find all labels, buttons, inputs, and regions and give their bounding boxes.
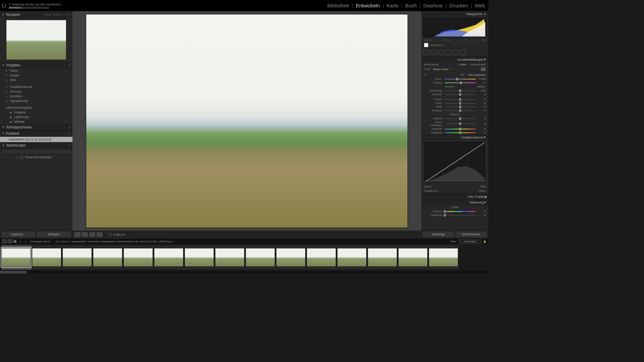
- filmstrip-thumb[interactable]: [184, 245, 215, 269]
- grid-mode-icon[interactable]: ▦: [13, 239, 17, 243]
- highlights-slider[interactable]: Lichter0: [421, 98, 488, 101]
- protocol-item[interactable]: Importieren (13.11.18 13:12:11): [0, 137, 72, 142]
- module-print[interactable]: Drucken: [448, 3, 470, 8]
- gradient-tool-icon[interactable]: [445, 50, 451, 55]
- filmstrip-thumb[interactable]: [276, 245, 306, 269]
- preset-item[interactable]: Lighthouse: [0, 115, 72, 119]
- vibrance-slider[interactable]: Dynamik0: [421, 127, 488, 131]
- module-library[interactable]: Bibliothek: [326, 3, 351, 8]
- source-label[interactable]: Vorheriger Import: [30, 240, 51, 243]
- preset-group[interactable]: Körnung: [0, 89, 72, 94]
- filmstrip-thumb[interactable]: [62, 245, 93, 269]
- filter-lock-icon[interactable]: 🔒: [483, 240, 486, 243]
- grid-icon[interactable]: [89, 232, 95, 237]
- filter-dropdown[interactable]: Kein Filter: [459, 239, 481, 244]
- profile-browser-icon[interactable]: [481, 67, 486, 71]
- exposure-slider[interactable]: Belichtung0,00: [421, 89, 488, 93]
- dehaze-slider[interactable]: Dunst entfernen0: [421, 120, 488, 127]
- copy-button[interactable]: Kopieren…: [1, 231, 36, 237]
- preset-item[interactable]: Glasgow: [0, 110, 72, 115]
- filmstrip-thumb[interactable]: [307, 245, 337, 269]
- preset-group[interactable]: Farbe: [0, 68, 72, 73]
- filmstrip-thumb[interactable]: [154, 245, 184, 269]
- blacks-slider[interactable]: Schwarz0: [421, 109, 488, 112]
- filmstrip-thumb[interactable]: [93, 245, 123, 269]
- navigator-preview[interactable]: [6, 20, 66, 60]
- filmstrip-thumb[interactable]: [337, 245, 367, 269]
- filmstrip-thumb[interactable]: [215, 245, 245, 269]
- filmstrip-scrollbar[interactable]: [0, 271, 488, 274]
- preset-group[interactable]: Schärfen: [0, 94, 72, 99]
- histogram-header[interactable]: Histogramm▼: [421, 11, 488, 17]
- crop-tool-icon[interactable]: [423, 50, 429, 55]
- collections-header[interactable]: ▼Sammlungen+: [0, 142, 72, 148]
- redeye-tool-icon[interactable]: [438, 50, 443, 55]
- hsl-header[interactable]: HSL / Farbe◀: [421, 194, 488, 199]
- auto-tone[interactable]: Autom.: [477, 85, 486, 88]
- softproof-check[interactable]: [109, 233, 112, 236]
- nav-fwd-icon[interactable]: →: [24, 240, 27, 243]
- paste-button[interactable]: Einfügen: [37, 231, 71, 237]
- curve-header[interactable]: Gradationskurve▼: [421, 134, 488, 140]
- tint-slider[interactable]: Tönung+7: [421, 81, 488, 84]
- split-sat-slider[interactable]: Sättigung0: [421, 213, 488, 217]
- preset-group[interactable]: Gradationskurve: [0, 84, 72, 89]
- spot-tool-icon[interactable]: [431, 50, 436, 55]
- wb-dropdown[interactable]: Wie Aufnahme: [468, 73, 486, 76]
- filmstrip-thumb[interactable]: [429, 245, 459, 269]
- reset-button[interactable]: Zurücksetzen: [455, 231, 487, 237]
- contrast-slider[interactable]: Kontrast0: [421, 93, 488, 96]
- split-header[interactable]: Teiltonung▼: [421, 199, 488, 205]
- preset-group[interactable]: Kreativ: [0, 73, 72, 78]
- wb-picker-icon[interactable]: ✎: [424, 73, 426, 76]
- brush-tool-icon[interactable]: [460, 50, 466, 55]
- module-develop[interactable]: Entwickeln: [355, 3, 381, 8]
- wb-row: ✎ WA: Wie Aufnahme: [421, 73, 488, 77]
- filmstrip-thumb[interactable]: [123, 245, 154, 269]
- split-hue-slider[interactable]: Farbton0: [421, 209, 488, 213]
- navigator-header[interactable]: ▼Navigator Einpas Ausfül 1:1 3:1: [0, 11, 72, 18]
- profile-row[interactable]: Profil: Adobe Farbe ▾: [421, 67, 488, 71]
- curve-preset[interactable]: Linear: [478, 189, 486, 192]
- radial-tool-icon[interactable]: [453, 50, 458, 55]
- preset-group[interactable]: Vignettierung: [0, 99, 72, 103]
- basic-header[interactable]: Grundeinstellungen▼: [421, 57, 488, 62]
- module-map[interactable]: Karte: [385, 3, 400, 8]
- loupe-icon[interactable]: [74, 232, 80, 237]
- curve-channel[interactable]: RGB: [480, 185, 486, 188]
- original-check[interactable]: [424, 43, 428, 47]
- treatment-color[interactable]: Farbe: [460, 63, 467, 66]
- protocol-header[interactable]: ▼Protokoll✕: [0, 130, 72, 137]
- whites-slider[interactable]: Weiß0: [421, 105, 488, 109]
- tone-curve[interactable]: [425, 142, 485, 182]
- preset-group[interactable]: S/W: [0, 78, 72, 82]
- clarity-slider[interactable]: Klarheit0: [421, 117, 488, 120]
- main-window-icon[interactable]: [2, 239, 7, 243]
- module-slideshow[interactable]: Diashow: [422, 3, 444, 8]
- previous-button[interactable]: Vorherige: [423, 231, 454, 237]
- temp-slider[interactable]: Temp.5.500: [421, 77, 488, 81]
- snapshots-header[interactable]: ▼Schnappschüsse+: [0, 124, 72, 130]
- histogram[interactable]: [423, 18, 486, 37]
- module-book[interactable]: Buch: [404, 3, 418, 8]
- treatment-bw[interactable]: Schwarzweiß: [470, 63, 486, 66]
- filmstrip-thumb[interactable]: [1, 245, 32, 269]
- shadows-slider[interactable]: Tiefen0: [421, 101, 488, 105]
- presets-header[interactable]: ▼Vorgaben+: [0, 62, 72, 68]
- filmstrip-thumb[interactable]: [368, 245, 398, 269]
- before-after-icon[interactable]: [82, 232, 88, 237]
- saturation-slider[interactable]: Sättigung0: [421, 131, 488, 134]
- preset-user-group[interactable]: Benutzervorgaben: [0, 105, 72, 110]
- loupe-view[interactable]: [72, 11, 421, 231]
- filmstrip-thumb[interactable]: [32, 245, 62, 269]
- filmstrip-thumb[interactable]: [398, 245, 428, 269]
- filmstrip[interactable]: [0, 244, 488, 271]
- filmstrip-thumb[interactable]: [246, 245, 276, 269]
- smart-collections[interactable]: ▸Smart-Sammlungen: [0, 155, 72, 160]
- nav-back-icon[interactable]: ←: [19, 240, 22, 243]
- view-options-icon[interactable]: [97, 232, 103, 237]
- collection-search[interactable]: [1, 149, 71, 154]
- preset-item[interactable]: Melissa: [0, 119, 72, 124]
- module-web[interactable]: Web: [473, 3, 486, 8]
- second-window-icon[interactable]: [8, 239, 12, 243]
